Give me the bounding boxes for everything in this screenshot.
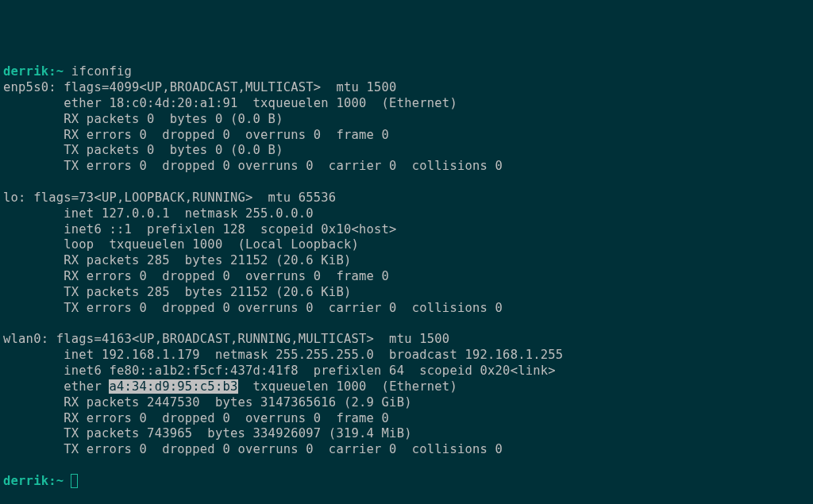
prompt-sep: : [48, 64, 56, 79]
lo-loop: loop txqueuelen 1000 (Local Loopback) [3, 237, 359, 252]
wlan0-rx-packets: RX packets 2447530 bytes 3147365616 (2.9… [3, 395, 412, 410]
prompt-end [64, 64, 71, 79]
enp5s0-tx-packets: TX packets 0 bytes 0 (0.0 B) [3, 143, 283, 157]
enp5s0-header: enp5s0: flags=4099<UP,BROADCAST,MULTICAS… [3, 80, 397, 94]
prompt-line-1: derrik:~ ifconfig [3, 64, 132, 79]
wlan0-rx-errors: RX errors 0 dropped 0 overruns 0 frame 0 [3, 411, 389, 425]
enp5s0-ether: ether 18:c0:4d:20:a1:91 txqueuelen 1000 … [3, 96, 457, 110]
wlan0-mac-highlight[interactable]: a4:34:d9:95:c5:b3 [109, 379, 237, 394]
wlan0-ether-post: txqueuelen 1000 (Ethernet) [238, 379, 457, 394]
prompt-sep: : [48, 474, 56, 488]
prompt-user: derrik [3, 474, 48, 488]
lo-tx-errors: TX errors 0 dropped 0 overruns 0 carrier… [3, 301, 503, 315]
lo-inet: inet 127.0.0.1 netmask 255.0.0.0 [3, 206, 314, 221]
prompt-path: ~ [56, 64, 64, 79]
wlan0-ether-pre: ether [3, 379, 109, 394]
lo-inet6: inet6 ::1 prefixlen 128 scopeid 0x10<hos… [3, 222, 397, 237]
prompt-line-2: derrik:~ [3, 474, 78, 488]
command: ifconfig [71, 64, 132, 79]
prompt-path: ~ [56, 474, 64, 488]
enp5s0-rx-errors: RX errors 0 dropped 0 overruns 0 frame 0 [3, 128, 389, 142]
enp5s0-tx-errors: TX errors 0 dropped 0 overruns 0 carrier… [3, 159, 503, 173]
lo-rx-packets: RX packets 285 bytes 21152 (20.6 KiB) [3, 253, 351, 267]
wlan0-tx-packets: TX packets 743965 bytes 334926097 (319.4… [3, 426, 412, 441]
wlan0-inet: inet 192.168.1.179 netmask 255.255.255.0… [3, 348, 563, 362]
lo-header: lo: flags=73<UP,LOOPBACK,RUNNING> mtu 65… [3, 190, 336, 205]
lo-tx-packets: TX packets 285 bytes 21152 (20.6 KiB) [3, 285, 351, 299]
wlan0-header: wlan0: flags=4163<UP,BROADCAST,RUNNING,M… [3, 332, 449, 346]
prompt-user: derrik [3, 64, 48, 79]
terminal[interactable]: derrik:~ ifconfig enp5s0: flags=4099<UP,… [3, 64, 810, 489]
wlan0-tx-errors: TX errors 0 dropped 0 overruns 0 carrier… [3, 442, 503, 456]
wlan0-ether-line: ether a4:34:d9:95:c5:b3 txqueuelen 1000 … [3, 379, 457, 394]
lo-rx-errors: RX errors 0 dropped 0 overruns 0 frame 0 [3, 269, 389, 283]
cursor-icon[interactable] [71, 474, 78, 488]
wlan0-inet6: inet6 fe80::a1b2:f5cf:437d:41f8 prefixle… [3, 364, 556, 378]
enp5s0-rx-packets: RX packets 0 bytes 0 (0.0 B) [3, 112, 283, 126]
